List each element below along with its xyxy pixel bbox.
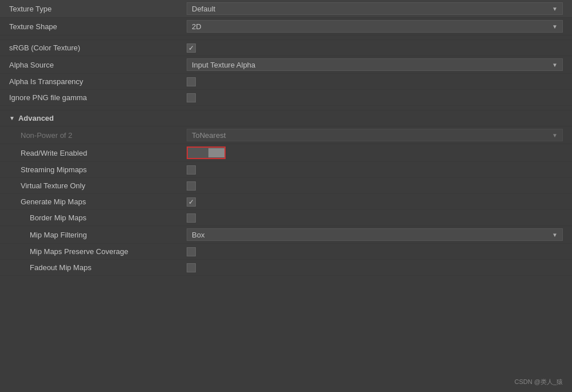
ignore-png-gamma-checkbox[interactable]	[187, 93, 196, 102]
srgb-label: sRGB (Color Texture)	[9, 43, 187, 52]
srgb-checkbox[interactable]	[187, 43, 196, 53]
virtual-texture-only-row: Virtual Texture Only	[0, 178, 572, 194]
mip-map-filtering-row: Mip Map Filtering Box ▼	[0, 226, 572, 244]
divider-1	[0, 35, 572, 40]
generate-mip-maps-value	[187, 197, 563, 207]
ignore-png-gamma-value	[187, 93, 563, 102]
streaming-mipmaps-value	[187, 165, 563, 175]
non-power-of-2-dropdown[interactable]: ToNearest ▼	[187, 129, 563, 141]
texture-shape-label: Texture Shape	[9, 22, 187, 31]
texture-shape-row: Texture Shape 2D ▼	[0, 18, 572, 35]
non-power-of-2-arrow: ▼	[552, 132, 558, 138]
fadeout-mip-maps-row: Fadeout Mip Maps	[0, 260, 572, 276]
alpha-source-row: Alpha Source Input Texture Alpha ▼	[0, 56, 572, 74]
toggle-container	[187, 146, 226, 159]
generate-mip-maps-checkbox[interactable]	[187, 197, 196, 207]
generate-mip-maps-label: Generate Mip Maps	[9, 197, 187, 206]
alpha-source-value: Input Texture Alpha ▼	[187, 58, 563, 71]
streaming-mipmaps-checkbox[interactable]	[187, 165, 196, 175]
alpha-source-dropdown[interactable]: Input Texture Alpha ▼	[187, 58, 563, 71]
texture-shape-value: 2D ▼	[187, 20, 563, 33]
virtual-texture-only-label: Virtual Texture Only	[9, 181, 187, 190]
streaming-mipmaps-row: Streaming Mipmaps	[0, 162, 572, 178]
non-power-of-2-label: Non-Power of 2	[9, 131, 187, 140]
fadeout-mip-maps-label: Fadeout Mip Maps	[9, 263, 187, 272]
advanced-arrow-icon: ▼	[9, 115, 15, 121]
texture-type-arrow: ▼	[552, 6, 558, 12]
texture-type-value: Default ▼	[187, 2, 563, 15]
texture-shape-arrow: ▼	[552, 23, 558, 30]
read-write-enabled-label: Read/Write Enabled	[9, 149, 187, 157]
alpha-source-arrow: ▼	[552, 62, 558, 68]
ignore-png-gamma-label: Ignore PNG file gamma	[9, 93, 187, 102]
virtual-texture-only-value	[187, 181, 563, 191]
fadeout-mip-maps-value	[187, 263, 563, 272]
mip-map-filtering-label: Mip Map Filtering	[9, 231, 187, 239]
alpha-is-transparency-row: Alpha Is Transparency	[0, 74, 572, 90]
border-mip-maps-label: Border Mip Maps	[9, 213, 187, 222]
texture-type-dropdown[interactable]: Default ▼	[187, 2, 563, 15]
advanced-section-label: Advanced	[18, 114, 54, 122]
alpha-source-label: Alpha Source	[9, 61, 187, 69]
watermark-text: CSDN @类人_猿	[514, 378, 563, 386]
read-write-toggle[interactable]	[187, 146, 226, 159]
virtual-texture-only-checkbox[interactable]	[187, 181, 196, 191]
border-mip-maps-checkbox[interactable]	[187, 213, 196, 223]
read-write-enabled-value	[187, 146, 563, 159]
streaming-mipmaps-label: Streaming Mipmaps	[9, 165, 187, 174]
texture-shape-dropdown[interactable]: 2D ▼	[187, 20, 563, 33]
texture-type-row: Texture Type Default ▼	[0, 0, 572, 18]
advanced-section-header[interactable]: ▼ Advanced	[0, 110, 572, 126]
generate-mip-maps-row: Generate Mip Maps	[0, 194, 572, 210]
mip-maps-preserve-coverage-checkbox[interactable]	[187, 247, 196, 256]
alpha-is-transparency-label: Alpha Is Transparency	[9, 77, 187, 86]
read-write-enabled-row: Read/Write Enabled	[0, 144, 572, 162]
mip-maps-preserve-coverage-label: Mip Maps Preserve Coverage	[9, 247, 187, 256]
non-power-of-2-row: Non-Power of 2 ToNearest ▼	[0, 126, 572, 144]
toggle-thumb	[208, 148, 224, 157]
divider-2	[0, 106, 572, 110]
srgb-row: sRGB (Color Texture)	[0, 40, 572, 56]
mip-map-filtering-dropdown[interactable]: Box ▼	[187, 228, 563, 241]
border-mip-maps-value	[187, 213, 563, 223]
mip-map-filtering-value: Box ▼	[187, 228, 563, 241]
settings-panel: Texture Type Default ▼ Texture Shape 2D …	[0, 0, 572, 392]
mip-maps-preserve-coverage-row: Mip Maps Preserve Coverage	[0, 244, 572, 260]
mip-maps-preserve-coverage-value	[187, 247, 563, 256]
srgb-value	[187, 43, 563, 53]
alpha-is-transparency-value	[187, 77, 563, 86]
texture-type-label: Texture Type	[9, 5, 187, 13]
non-power-of-2-value: ToNearest ▼	[187, 129, 563, 141]
alpha-is-transparency-checkbox[interactable]	[187, 77, 196, 86]
border-mip-maps-row: Border Mip Maps	[0, 210, 572, 226]
ignore-png-gamma-row: Ignore PNG file gamma	[0, 90, 572, 106]
fadeout-mip-maps-checkbox[interactable]	[187, 263, 196, 272]
mip-map-filtering-arrow: ▼	[552, 232, 558, 238]
